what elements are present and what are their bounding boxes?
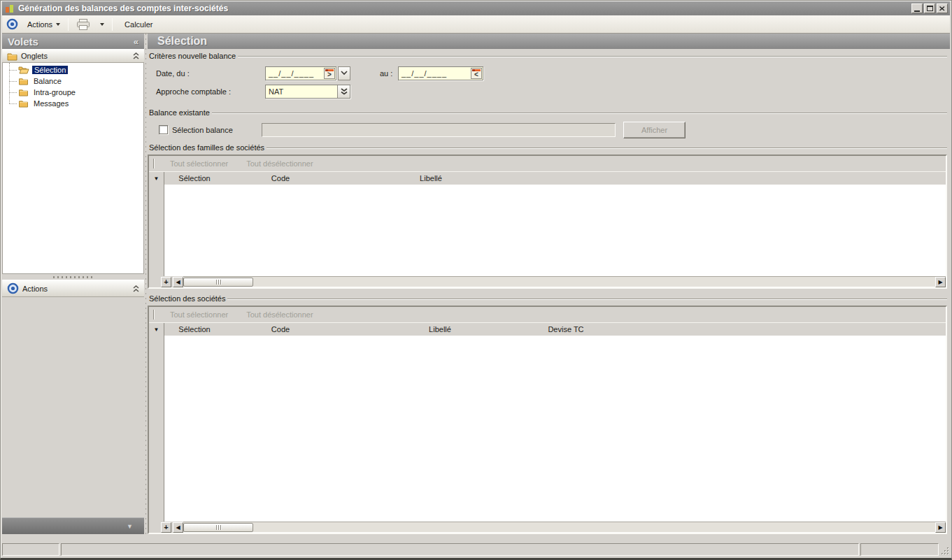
familles-grid: Tout sélectionner Tout désélectionner ▼ … [148,155,947,289]
row-marker-icon: ▼ [149,172,164,185]
actions-section-header[interactable]: Actions [2,280,144,297]
afficher-button[interactable]: Afficher [623,122,685,138]
actions-section-body [2,297,144,517]
open-folder-icon [18,66,29,74]
chevron-down-icon [56,23,60,26]
tree-item-label: Messages [31,99,71,108]
main-toolbar: Actions Calculer [2,15,950,34]
target-icon [6,18,18,30]
scroll-left-button[interactable]: ◀ [173,522,183,533]
balance-input[interactable] [262,123,616,137]
group-divider [238,56,947,57]
balance-existante-group-label: Balance existante [148,108,947,117]
approche-comptable-combo[interactable]: NAT [265,85,350,99]
collapse-panel-button[interactable]: « [134,36,138,47]
societes-grid-header: ▼ Sélection Code Libellé Devise TC [149,322,946,336]
scrollbar-track[interactable]: ▶ [183,522,946,533]
maximize-button[interactable] [924,3,935,13]
minimize-button[interactable] [911,3,923,13]
familles-grid-toolbar: Tout sélectionner Tout désélectionner [149,156,946,171]
scroll-right-button[interactable]: ▶ [935,522,946,533]
collapsed-panel-bar[interactable]: ▼ [2,517,144,534]
familles-hscrollbar: + ◀ ▶ [149,276,946,287]
status-cell-1 [2,543,59,556]
chevron-down-icon [100,23,104,26]
chevron-down-icon [341,71,348,76]
calendar-next-icon: > [327,71,332,78]
societes-grid-toolbar: Tout sélectionner Tout désélectionner [149,307,946,322]
column-header-devise-tc[interactable]: Devise TC [544,325,588,333]
window-title: Génération des balances des comptes inte… [18,3,228,13]
double-chevron-down-icon [341,88,348,95]
familles-group-label: Sélection des familles de sociétés [148,143,947,152]
au-label: au : [380,69,398,78]
column-header-selection[interactable]: Sélection [164,325,225,333]
expand-panel-icon: ▼ [127,523,133,530]
societes-group-label: Sélection des sociétés [148,294,947,303]
maximize-icon [927,6,933,11]
selection-content: Critères nouvelle balance Date, du : __/… [148,49,950,534]
societes-select-all-button[interactable]: Tout sélectionner [170,310,228,319]
main-panel: Sélection Critères nouvelle balance Date… [148,34,950,534]
tree-item-balance[interactable]: Balance [3,76,143,87]
row-marker-icon: ▼ [149,323,164,336]
toolbar-grip-icon [153,159,155,168]
scrollbar-track[interactable]: ▶ [183,276,946,287]
tree-item-intra-groupe[interactable]: Intra-groupe [3,87,143,98]
folder-icon [18,77,29,85]
approche-dropdown-button[interactable] [337,85,350,98]
calculer-button[interactable]: Calculer [120,18,157,31]
folder-icon [18,88,29,96]
minimize-icon [914,10,920,12]
date-du-dropdown-button[interactable] [338,66,350,80]
familles-grid-body[interactable] [164,185,946,276]
selection-balance-label: Sélection balance [172,126,262,134]
actions-menu-button[interactable]: Actions [22,18,65,31]
date-picker-next-button[interactable]: > [324,68,335,79]
societes-grid-body[interactable] [164,336,946,522]
calculer-label: Calculer [125,20,152,29]
tree-item-messages[interactable]: Messages [3,98,143,109]
application-window: Génération des balances des comptes inte… [0,0,952,560]
scrollbar-thumb[interactable] [183,278,253,287]
sidebar-splitter[interactable] [2,274,144,280]
societes-hscrollbar: + ◀ ▶ [149,522,946,533]
add-row-button[interactable]: + [161,522,171,533]
column-header-libelle[interactable]: Libellé [336,174,525,182]
resize-grip[interactable] [940,543,950,556]
date-picker-prev-button[interactable]: < [471,68,482,79]
tree-item-label: Sélection [32,66,68,74]
status-bar [2,543,950,557]
familles-deselect-all-button[interactable]: Tout désélectionner [246,159,313,168]
onglets-tree: Sélection Balance Intra-groupe [2,63,144,274]
toolbar-grip-icon [153,310,155,320]
print-button[interactable] [71,17,95,32]
folder-icon [7,52,17,61]
onglets-section-header[interactable]: Onglets [2,49,144,63]
societes-deselect-all-button[interactable]: Tout désélectionner [246,310,313,319]
selection-balance-checkbox[interactable] [159,125,168,134]
row-selector-column [149,336,164,522]
toolbar-separator [68,18,69,31]
close-button[interactable] [937,3,948,13]
volets-panel: Volets « Onglets [2,34,144,534]
scroll-right-button[interactable]: ▶ [935,277,946,287]
date-au-field[interactable]: __/__/____ < [398,66,483,80]
tree-item-selection[interactable]: Sélection [3,64,143,76]
status-cell-3 [860,543,939,556]
add-row-button[interactable]: + [161,277,171,287]
printer-icon [76,19,90,30]
scrollbar-thumb[interactable] [183,523,253,532]
column-header-code[interactable]: Code [225,174,336,182]
column-header-libelle[interactable]: Libellé [336,325,544,333]
print-options-button[interactable] [95,21,109,28]
folder-icon [18,99,29,108]
title-bar[interactable]: Génération des balances des comptes inte… [2,1,950,15]
date-du-field[interactable]: __/__/____ > [265,66,336,80]
scroll-left-button[interactable]: ◀ [173,277,183,287]
close-icon [939,6,945,11]
familles-select-all-button[interactable]: Tout sélectionner [170,159,228,168]
column-header-selection[interactable]: Sélection [164,174,225,182]
column-header-code[interactable]: Code [225,325,336,333]
toolbar-separator [112,18,113,31]
